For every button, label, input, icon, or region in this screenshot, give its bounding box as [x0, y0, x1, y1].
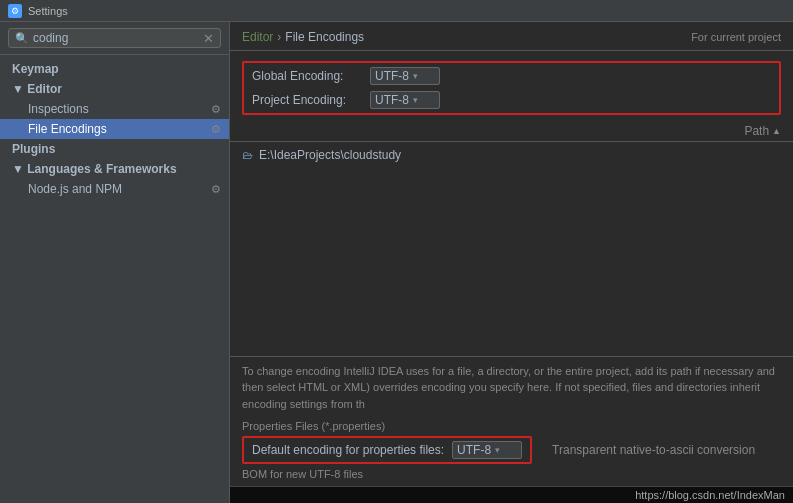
global-encoding-label: Global Encoding:	[252, 69, 362, 83]
sidebar-item-nodejs[interactable]: Node.js and NPM ⚙	[0, 179, 229, 199]
sidebar: 🔍 ✕ Keymap ▼ Editor Inspections ⚙ File E…	[0, 22, 230, 503]
sidebar-item-editor[interactable]: ▼ Editor	[0, 79, 229, 99]
path-column-header: Path ▲	[744, 124, 781, 138]
project-encoding-label: Project Encoding:	[252, 93, 362, 107]
sidebar-item-label: File Encodings	[28, 122, 107, 136]
title-bar: ⚙ Settings	[0, 0, 793, 22]
file-table-body: 🗁 E:\IdeaProjects\cloudstudy	[230, 142, 793, 356]
project-encoding-value: UTF-8	[375, 93, 409, 107]
properties-group-label: Properties Files (*.properties)	[242, 420, 781, 432]
sidebar-item-file-encodings[interactable]: File Encodings ⚙	[0, 119, 229, 139]
global-encoding-row: Global Encoding: UTF-8 ▾	[252, 67, 771, 85]
global-encoding-value: UTF-8	[375, 69, 409, 83]
encoding-highlight-box: Global Encoding: UTF-8 ▾ Project Encodin…	[242, 61, 781, 115]
properties-highlight-box: Default encoding for properties files: U…	[242, 436, 532, 464]
search-input[interactable]	[33, 31, 203, 45]
sidebar-item-plugins[interactable]: Plugins	[0, 139, 229, 159]
sidebar-item-languages[interactable]: ▼ Languages & Frameworks	[0, 159, 229, 179]
settings-icon: ⚙	[211, 123, 221, 136]
attribution: https://blog.csdn.net/IndexMan	[230, 486, 793, 503]
search-bar: 🔍 ✕	[0, 22, 229, 55]
file-path: E:\IdeaProjects\cloudstudy	[259, 148, 401, 162]
global-encoding-arrow: ▾	[413, 71, 418, 81]
info-text: To change encoding IntelliJ IDEA uses fo…	[242, 363, 781, 413]
breadcrumb-editor: Editor	[242, 30, 273, 44]
main-layout: 🔍 ✕ Keymap ▼ Editor Inspections ⚙ File E…	[0, 22, 793, 503]
sort-arrow-icon: ▲	[772, 126, 781, 136]
properties-encoding-select[interactable]: UTF-8 ▾	[452, 441, 522, 459]
attribution-url: https://blog.csdn.net/IndexMan	[635, 489, 785, 501]
sidebar-item-label: Node.js and NPM	[28, 182, 122, 196]
sidebar-item-inspections[interactable]: Inspections ⚙	[0, 99, 229, 119]
bottom-section: To change encoding IntelliJ IDEA uses fo…	[230, 356, 793, 487]
properties-encoding-value: UTF-8	[457, 443, 491, 457]
project-encoding-select[interactable]: UTF-8 ▾	[370, 91, 440, 109]
encoding-form: Global Encoding: UTF-8 ▾ Project Encodin…	[230, 51, 793, 121]
breadcrumb-file-encodings: File Encodings	[285, 30, 364, 44]
content-area: Editor › File Encodings For current proj…	[230, 22, 793, 503]
project-badge: For current project	[691, 31, 781, 43]
transparent-label: Transparent native-to-ascii conversion	[552, 443, 755, 457]
table-row[interactable]: 🗁 E:\IdeaProjects\cloudstudy	[242, 146, 781, 164]
settings-icon: ⚙	[211, 183, 221, 196]
settings-icon: ⚙	[211, 103, 221, 116]
project-encoding-row: Project Encoding: UTF-8 ▾	[252, 91, 771, 109]
global-encoding-select[interactable]: UTF-8 ▾	[370, 67, 440, 85]
breadcrumb-separator: ›	[277, 30, 281, 44]
sidebar-item-keymap[interactable]: Keymap	[0, 59, 229, 79]
project-encoding-arrow: ▾	[413, 95, 418, 105]
clear-search-icon[interactable]: ✕	[203, 32, 214, 45]
sidebar-item-label: Inspections	[28, 102, 89, 116]
search-icon: 🔍	[15, 32, 29, 45]
app-icon: ⚙	[8, 4, 22, 18]
file-table-header: Path ▲	[230, 121, 793, 142]
search-input-wrapper[interactable]: 🔍 ✕	[8, 28, 221, 48]
default-encoding-label: Default encoding for properties files:	[252, 443, 444, 457]
properties-encoding-arrow: ▾	[495, 445, 500, 455]
properties-section: Properties Files (*.properties) Default …	[242, 420, 781, 464]
bom-section: BOM for new UTF-8 files	[242, 468, 781, 480]
folder-icon: 🗁	[242, 149, 253, 161]
file-table: Path ▲ 🗁 E:\IdeaProjects\cloudstudy	[230, 121, 793, 356]
nav-tree: Keymap ▼ Editor Inspections ⚙ File Encod…	[0, 55, 229, 503]
properties-row: Default encoding for properties files: U…	[242, 436, 781, 464]
title-bar-title: Settings	[28, 5, 68, 17]
content-header: Editor › File Encodings For current proj…	[230, 22, 793, 51]
breadcrumb: Editor › File Encodings	[242, 30, 364, 44]
